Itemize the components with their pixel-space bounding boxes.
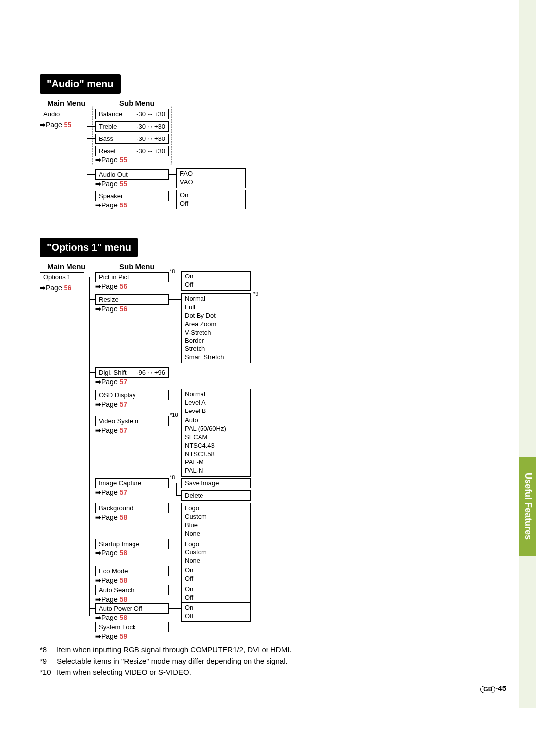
options1-menu-title: "Options 1" menu [40, 238, 138, 257]
sub-balance-box: Balance -30↔+30 [95, 109, 169, 119]
page-ref[interactable]: ➡Page 58 [95, 513, 127, 521]
col-header-main: Main Menu [47, 262, 86, 271]
fn-marker: *9 [253, 291, 258, 297]
page-label: Page [46, 121, 64, 129]
page-ref[interactable]: ➡Page 59 [95, 632, 127, 640]
page-ref[interactable]: ➡Page 58 [95, 576, 127, 584]
page-ref[interactable]: ➡Page 58 [95, 549, 127, 557]
sub-autopoweroff: Auto Power Off [95, 603, 169, 614]
page-ref[interactable]: ➡Page 57 [95, 488, 127, 496]
main-options1-box: Options 1 [40, 272, 84, 282]
arrow-icon: ➡ [95, 201, 101, 209]
col-header-sub: Sub Menu [119, 262, 155, 271]
sub-eco: Eco Mode [95, 566, 169, 576]
sub-video-system: Video System [95, 416, 169, 426]
fn-marker: *10 [170, 412, 178, 418]
videosys-options: Auto PAL (50/60Hz) SECAM NTSC4.43 NTSC3.… [181, 415, 251, 477]
page-ref[interactable]: ➡Page 57 [95, 400, 127, 408]
sub-osd: OSD Display [95, 390, 169, 400]
page-ref[interactable]: ➡Page 57 [95, 378, 127, 386]
autopoweroff-options: On Off [181, 602, 251, 622]
sub-background: Background [95, 503, 169, 513]
page-ref-speaker[interactable]: ➡Page 55 [95, 201, 127, 209]
page-ref[interactable]: ➡Page 57 [95, 426, 127, 434]
sub-digishift: Digi. Shift -96↔+96 [95, 367, 169, 378]
arrow-icon: ➡ [95, 156, 101, 164]
page-ref-options1[interactable]: ➡Page 56 [40, 284, 71, 292]
arrow-icon: ➡ [40, 121, 46, 129]
page-ref[interactable]: ➡Page 58 [95, 595, 127, 603]
sub-resize: Resize [95, 294, 169, 305]
sub-startup-image: Startup Image [95, 539, 169, 549]
page-ref-audioout[interactable]: ➡Page 55 [95, 180, 127, 188]
fn-marker: *8 [170, 474, 175, 480]
col-header-main: Main Menu [47, 99, 86, 107]
resize-options: Normal Full Dot By Dot Area Zoom V-Stret… [181, 293, 251, 363]
main-menu-audio-box: Audio [40, 109, 79, 119]
sub-image-capture: Image Capture [95, 478, 169, 488]
sub-speaker-box: Speaker [95, 191, 169, 201]
sub-systemlock: System Lock [95, 622, 169, 632]
sub-autosearch: Auto Search [95, 585, 169, 595]
sub-label: Balance [99, 110, 122, 118]
image-capture-delete: Delete [181, 490, 251, 501]
image-capture-save: Save Image [181, 478, 251, 488]
eco-options: On Off [181, 565, 251, 585]
page-ref[interactable]: ➡Page 58 [95, 614, 127, 621]
sub-pictinpict: Pict in Pict [95, 272, 169, 282]
page-ref-audio[interactable]: ➡Page 55 [40, 121, 71, 129]
sub-audioout-box: Audio Out [95, 169, 169, 180]
startup-options: Logo Custom None [181, 539, 251, 567]
page-ref-audio-sub[interactable]: ➡Page 55 [95, 156, 127, 164]
page-ref[interactable]: ➡Page 56 [95, 305, 127, 313]
autosearch-options: On Off [181, 584, 251, 604]
speaker-options: On Off [176, 190, 246, 209]
main-menu-audio-label: Audio [43, 110, 60, 118]
footnotes: *8Item when inputting RGB signal through… [40, 644, 496, 678]
background-options: Logo Custom Blue None [181, 503, 251, 540]
arrow-icon: ➡ [40, 284, 46, 292]
page-number: GB-45 [480, 684, 506, 692]
osd-options: Normal Level A Level B [181, 389, 251, 417]
fn-marker: *8 [170, 268, 175, 274]
audio-menu-title: "Audio" menu [40, 74, 121, 94]
arrow-icon: ➡ [95, 180, 101, 188]
sub-bass-box: Bass -30↔+30 [95, 134, 169, 144]
page-ref[interactable]: ➡Page 56 [95, 282, 127, 290]
sub-reset-box: Reset -30↔+30 [95, 146, 169, 156]
sub-treble-box: Treble -30↔+30 [95, 121, 169, 132]
pictinpict-options: On Off [181, 271, 251, 291]
page-num: 55 [64, 121, 72, 129]
audioout-options: FAO VAO [176, 168, 246, 188]
